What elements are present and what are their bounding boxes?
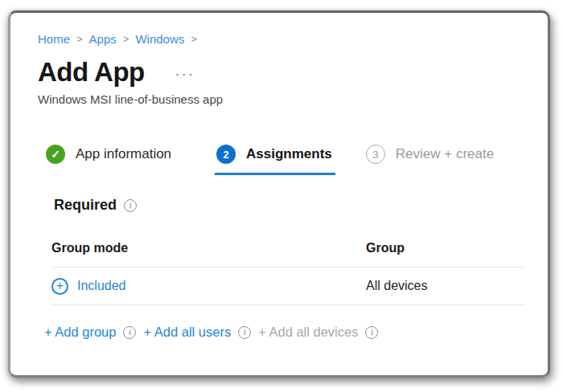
circle-plus-icon: +: [51, 278, 68, 295]
page-title: Add App: [38, 58, 145, 87]
step-complete-check-icon: ✓: [46, 145, 65, 164]
required-section-header: Required i: [54, 197, 524, 214]
step-number-badge: 2: [216, 145, 236, 164]
tab-app-information[interactable]: ✓ App information: [46, 145, 171, 164]
group-mode-label: Included: [77, 279, 126, 293]
title-row: Add App ···: [38, 58, 524, 87]
page-subtitle: Windows MSI line-of-business app: [38, 92, 524, 106]
section-title: Required: [54, 197, 117, 214]
table-header-row: Group mode Group: [51, 241, 524, 267]
column-header-group-mode: Group mode: [51, 241, 366, 255]
column-header-group: Group: [366, 241, 524, 255]
table-divider: [51, 304, 524, 305]
breadcrumb-link-windows[interactable]: Windows: [135, 32, 184, 46]
tab-label: Assignments: [246, 146, 332, 162]
tab-label: Review + create: [396, 146, 494, 162]
add-all-devices-link: + Add all devices: [258, 325, 358, 340]
group-value: All devices: [366, 279, 524, 293]
add-app-panel: Home > Apps > Windows > Add App ··· Wind…: [10, 13, 548, 340]
breadcrumb: Home > Apps > Windows >: [38, 32, 524, 46]
screenshot-frame: Home > Apps > Windows > Add App ··· Wind…: [8, 10, 550, 378]
more-options-button[interactable]: ···: [175, 63, 195, 82]
breadcrumb-separator: >: [191, 33, 197, 45]
assignment-actions: + Add group i + Add all users i + Add al…: [44, 325, 524, 340]
add-group-link[interactable]: + Add group: [44, 325, 116, 340]
assignments-table: Group mode Group + Included All devices: [51, 241, 524, 305]
breadcrumb-link-apps[interactable]: Apps: [89, 32, 117, 46]
info-icon[interactable]: i: [124, 199, 137, 212]
group-mode-included-link[interactable]: + Included: [51, 278, 366, 295]
breadcrumb-separator: >: [76, 33, 83, 45]
wizard-steps: ✓ App information 2 Assignments 3 Review…: [46, 145, 524, 175]
info-icon[interactable]: i: [365, 326, 378, 339]
tab-assignments[interactable]: 2 Assignments: [215, 145, 335, 175]
tab-label: App information: [76, 146, 171, 162]
info-icon[interactable]: i: [238, 326, 251, 339]
breadcrumb-link-home[interactable]: Home: [38, 32, 70, 46]
info-icon[interactable]: i: [123, 326, 136, 339]
table-row: + Included All devices: [51, 267, 524, 304]
tab-review-create: 3 Review + create: [366, 145, 494, 164]
step-number-badge: 3: [366, 145, 385, 164]
add-all-users-link[interactable]: + Add all users: [143, 325, 231, 340]
breadcrumb-separator: >: [123, 33, 129, 45]
